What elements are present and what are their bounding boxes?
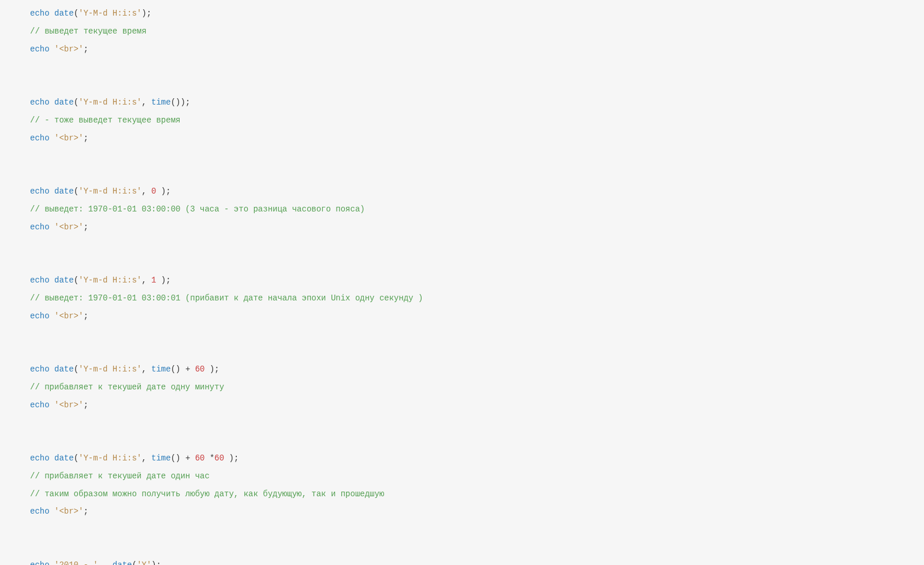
- code-line: [30, 165, 915, 183]
- code-token: // прибавляет к текушей дате один час: [30, 471, 210, 481]
- code-token: echo: [30, 133, 50, 143]
- code-token: );: [156, 187, 170, 196]
- code-token: echo: [30, 98, 50, 107]
- code-token: [50, 276, 54, 285]
- code-line: // прибавляет к текушей дате одну минуту: [30, 378, 915, 396]
- code-token: echo: [30, 560, 50, 565]
- code-token: echo: [30, 222, 50, 232]
- code-token: echo: [30, 276, 50, 285]
- code-token: [50, 400, 54, 410]
- code-token: // выведет: 1970-01-01 03:00:00 (3 часа …: [30, 205, 365, 214]
- code-token: [50, 222, 54, 232]
- code-token: date: [54, 9, 74, 18]
- code-line: echo '<br>';: [30, 503, 915, 521]
- code-token: 'Y-m-d H:i:s': [79, 276, 141, 285]
- code-token: date: [54, 187, 74, 196]
- code-block: echo date('Y-M-d H:i:s');// выведет теку…: [0, 0, 924, 565]
- code-token: (: [74, 454, 79, 463]
- code-token: '<br>': [54, 222, 83, 232]
- code-token: (: [74, 276, 79, 285]
- code-line: // таким образом можно получить любую да…: [30, 485, 915, 503]
- code-token: (: [132, 560, 136, 565]
- code-token: [50, 365, 54, 374]
- code-token: [50, 454, 54, 463]
- code-token: 60: [195, 454, 205, 463]
- code-token: ,: [141, 454, 151, 463]
- code-line: echo date('Y-m-d H:i:s', time() + 60 *60…: [30, 449, 915, 467]
- code-token: echo: [30, 187, 50, 196]
- code-token: () +: [171, 454, 195, 463]
- code-token: ;: [83, 507, 88, 516]
- code-token: (: [74, 365, 79, 374]
- code-token: (: [74, 98, 79, 107]
- code-token: 'Y': [137, 560, 151, 565]
- code-token: echo: [30, 400, 50, 410]
- code-token: echo: [30, 365, 50, 374]
- code-line: // выведет: 1970-01-01 03:00:01 (прибави…: [30, 289, 915, 307]
- code-token: // выведет текущее время: [30, 27, 147, 36]
- code-token: ,: [141, 276, 151, 285]
- code-token: );: [205, 365, 219, 374]
- code-line: // выведет текущее время: [30, 23, 915, 40]
- code-line: [30, 325, 915, 343]
- code-token: ,: [141, 98, 151, 107]
- code-token: 'Y-m-d H:i:s': [79, 365, 141, 374]
- code-line: // выведет: 1970-01-01 03:00:00 (3 часа …: [30, 200, 915, 218]
- code-token: // таким образом можно получить любую да…: [30, 489, 384, 499]
- code-token: date: [54, 365, 74, 374]
- code-line: echo '<br>';: [30, 307, 915, 325]
- code-token: );: [141, 9, 151, 18]
- code-token: time: [151, 98, 171, 107]
- code-token: ;: [83, 400, 88, 410]
- code-token: 'Y-m-d H:i:s': [79, 187, 141, 196]
- code-line: echo date('Y-m-d H:i:s', 1 );: [30, 272, 915, 289]
- code-token: ;: [83, 133, 88, 143]
- code-token: time: [151, 454, 171, 463]
- code-token: 'Y-m-d H:i:s': [79, 454, 141, 463]
- code-line: [30, 414, 915, 432]
- code-token: );: [156, 276, 170, 285]
- code-token: // - тоже выведет текущее время: [30, 116, 180, 125]
- code-token: );: [151, 560, 161, 565]
- code-token: '<br>': [54, 507, 83, 516]
- code-token: '2010 - ': [54, 560, 98, 565]
- code-token: '<br>': [54, 311, 83, 321]
- code-token: (: [74, 9, 79, 18]
- code-token: date: [113, 560, 132, 565]
- code-line: echo '2010 - ' . date('Y');: [30, 556, 915, 565]
- code-line: echo date('Y-M-d H:i:s');: [30, 5, 915, 23]
- code-token: );: [224, 454, 239, 463]
- code-token: [50, 187, 54, 196]
- code-token: [50, 98, 54, 107]
- code-token: '<br>': [54, 133, 83, 143]
- code-token: (: [74, 187, 79, 196]
- code-token: date: [54, 454, 74, 463]
- code-line: echo '<br>';: [30, 218, 915, 236]
- code-token: ;: [83, 222, 88, 232]
- code-line: echo date('Y-m-d H:i:s', time() + 60 );: [30, 360, 915, 378]
- code-line: // - тоже выведет текущее время: [30, 111, 915, 129]
- code-line: [30, 432, 915, 449]
- code-line: echo '<br>';: [30, 40, 915, 58]
- code-token: 'Y-m-d H:i:s': [79, 98, 141, 107]
- code-token: 60: [214, 454, 224, 463]
- code-token: ,: [141, 365, 151, 374]
- code-token: [50, 507, 54, 516]
- code-line: echo date('Y-m-d H:i:s', 0 );: [30, 183, 915, 200]
- code-token: [50, 44, 54, 54]
- code-line: echo '<br>';: [30, 129, 915, 147]
- code-token: echo: [30, 44, 50, 54]
- code-line: echo '<br>';: [30, 396, 915, 414]
- code-token: 60: [195, 365, 205, 374]
- code-token: [50, 133, 54, 143]
- code-line: [30, 76, 915, 94]
- code-line: [30, 343, 915, 360]
- code-token: // прибавляет к текушей дате одну минуту: [30, 382, 224, 392]
- code-token: echo: [30, 9, 50, 18]
- code-line: [30, 521, 915, 538]
- code-token: ,: [141, 187, 151, 196]
- code-line: [30, 147, 915, 165]
- code-line: [30, 254, 915, 272]
- code-token: ;: [83, 311, 88, 321]
- code-line: [30, 58, 915, 76]
